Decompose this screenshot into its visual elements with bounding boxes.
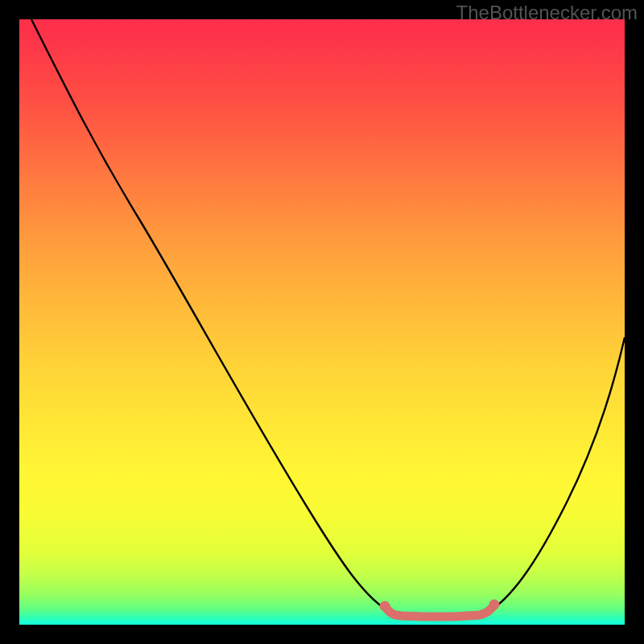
optimal-end-dot xyxy=(489,600,500,610)
chart-svg xyxy=(19,19,625,625)
optimal-start-dot xyxy=(380,601,390,612)
watermark: TheBottlenecker.com xyxy=(456,2,638,24)
optimal-range-marker xyxy=(385,605,494,617)
bottleneck-curve xyxy=(31,19,625,618)
